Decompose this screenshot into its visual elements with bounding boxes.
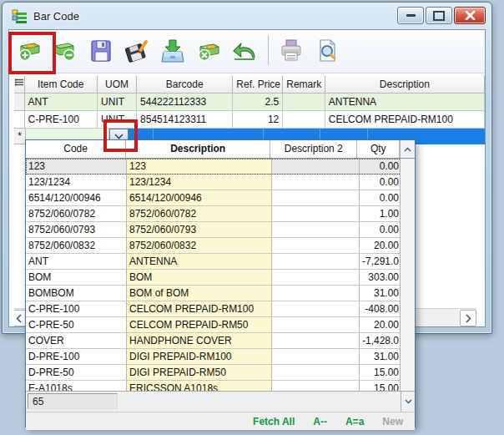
lookup-row[interactable]: COVERHANDPHONE COVER-1,428.0 (26, 333, 415, 349)
lookup-row[interactable]: BOMBOMBOM of BOM31.00 (26, 286, 415, 301)
grid-cell-uom[interactable]: UNIT (98, 94, 137, 111)
save-edit-button[interactable] (121, 33, 153, 68)
lookup-cell-description_2[interactable] (272, 301, 360, 316)
lookup-row[interactable]: 8752/060/08328752/060/083220.00 (26, 238, 415, 254)
lookup-cell-code[interactable]: 123 (26, 159, 127, 174)
scroll-up-button[interactable] (400, 140, 415, 158)
lookup-cell-description[interactable]: 123/1234 (127, 175, 272, 190)
lookup-row[interactable]: D-PRE-50DIGI PREPAID-RM5015.00 (26, 365, 415, 381)
close-button[interactable] (454, 7, 486, 24)
lookup-cell-description[interactable]: 6514/120/00946 (127, 190, 272, 205)
lookup-cell-description[interactable]: 8752/060/0782 (127, 206, 272, 221)
grid-cell-uom[interactable]: UNIT (98, 111, 137, 129)
lookup-row[interactable]: D-PRE-100DIGI PREPAID-RM10031.00 (26, 349, 415, 365)
column-chooser-icon[interactable] (14, 76, 25, 94)
lookup-cell-description_2[interactable] (272, 349, 360, 364)
lookup-cell-description_2[interactable] (272, 286, 360, 301)
lookup-cell-qty[interactable]: -1,428.0 (360, 333, 402, 348)
lookup-row[interactable]: ANTANTENNA-7,291.0 (26, 254, 415, 270)
lookup-cell-description_2[interactable] (272, 333, 360, 348)
lookup-cell-description[interactable]: 8752/060/0793 (127, 222, 272, 237)
lookup-cell-description[interactable]: ANTENNA (127, 254, 272, 269)
lookup-cell-code[interactable]: C-PRE-100 (26, 301, 127, 316)
column-header-description[interactable]: Description (325, 76, 485, 94)
lookup-row[interactable]: BOMBOM303.00 (26, 270, 415, 286)
lookup-cell-qty[interactable]: 0.00 (360, 190, 402, 205)
lookup-column-description[interactable]: Description (126, 140, 270, 158)
lookup-cell-code[interactable]: D-PRE-50 (26, 365, 127, 380)
lookup-column-description-2[interactable]: Description 2 (270, 140, 357, 158)
lookup-cell-code[interactable]: 123/1234 (26, 175, 127, 190)
print-button[interactable] (275, 33, 307, 68)
lookup-row[interactable]: 1231230.00 (26, 159, 415, 175)
lookup-column-qty[interactable]: Qty (357, 140, 400, 158)
column-header-barcode[interactable]: Barcode (137, 76, 233, 94)
lookup-cell-description_2[interactable] (272, 254, 360, 269)
grid-cell-remark_1[interactable] (283, 111, 325, 129)
lookup-cell-description[interactable]: 123 (127, 159, 272, 174)
lookup-cell-qty[interactable]: 0.00 (360, 175, 402, 190)
save-button[interactable] (85, 33, 117, 68)
grid-cell-description[interactable]: CELCOM PREPAID-RM100 (325, 111, 485, 129)
grid-cell-ref_price[interactable]: 2.5 (233, 94, 283, 111)
lookup-cell-description_2[interactable] (272, 381, 360, 391)
import-button[interactable] (157, 33, 189, 68)
lookup-cell-qty[interactable]: 303.00 (360, 270, 402, 285)
lookup-cell-code[interactable]: 8752/060/0793 (26, 222, 127, 237)
lookup-cell-qty[interactable]: 31.00 (360, 286, 402, 301)
lookup-row[interactable]: E-A1018sERICSSON A1018s15.00 (26, 381, 415, 391)
vertical-scrollbar[interactable] (400, 159, 415, 391)
grid-cell-barcode[interactable]: 544222112333 (137, 94, 233, 111)
lookup-cell-description_2[interactable] (272, 190, 360, 205)
lookup-cell-description[interactable]: BOM of BOM (127, 286, 272, 301)
lookup-cell-description[interactable]: DIGI PREPAID-RM100 (127, 349, 272, 364)
table-row[interactable]: C-PRE-100UNIT85451412331112CELCOM PREPAI… (14, 111, 485, 129)
lookup-cell-code[interactable]: 8752/060/0832 (26, 238, 127, 253)
lookup-cell-qty[interactable]: 15.00 (360, 365, 402, 380)
grid-cell-item_code[interactable]: C-PRE-100 (25, 111, 98, 129)
lookup-cell-description[interactable]: CELCOM PREPAID-RM100 (127, 301, 272, 316)
lookup-cell-qty[interactable]: 31.00 (360, 349, 402, 364)
lookup-cell-description_2[interactable] (272, 175, 360, 190)
lookup-cell-description_2[interactable] (272, 365, 360, 380)
lookup-cell-description[interactable]: CELCOM PREPAID-RM50 (127, 317, 272, 332)
action-link-fetch-all[interactable]: Fetch All (253, 416, 295, 427)
lookup-cell-description[interactable]: 8752/060/0832 (127, 238, 272, 253)
lookup-cell-description_2[interactable] (272, 222, 360, 237)
action-link-a-[interactable]: A-- (313, 416, 327, 427)
lookup-cell-code[interactable]: ANT (26, 254, 127, 269)
lookup-cell-qty[interactable]: 20.00 (360, 317, 402, 332)
lookup-cell-code[interactable]: E-A1018s (26, 381, 127, 391)
lookup-cell-description_2[interactable] (272, 238, 360, 253)
lookup-row[interactable]: 8752/060/07828752/060/07821.00 (26, 206, 415, 222)
minimize-button[interactable] (397, 7, 424, 24)
lookup-row[interactable]: 123/1234123/12340.00 (26, 175, 415, 190)
lookup-cell-description[interactable]: ERICSSON A1018s (127, 381, 272, 391)
lookup-cell-qty[interactable]: 1.00 (360, 206, 402, 221)
column-header-uom[interactable]: UOM (98, 76, 137, 94)
cancel-button[interactable] (193, 33, 224, 68)
lookup-cell-code[interactable]: 8752/060/0782 (26, 206, 127, 221)
grid-cell-remark_1[interactable] (283, 94, 325, 111)
lookup-row[interactable]: 6514/120/009466514/120/009460.00 (26, 190, 415, 206)
lookup-cell-qty[interactable]: -7,291.0 (360, 254, 402, 269)
lookup-cell-qty[interactable]: -408.00 (360, 301, 402, 316)
lookup-cell-description_2[interactable] (272, 159, 360, 174)
lookup-cell-description[interactable]: HANDPHONE COVER (127, 333, 272, 348)
scroll-right-button[interactable] (460, 310, 476, 326)
column-header-remark-1[interactable]: Remark 1 (283, 76, 325, 94)
lookup-row[interactable]: C-PRE-100CELCOM PREPAID-RM100-408.00 (26, 301, 415, 317)
action-link-a-a[interactable]: A=a (345, 416, 364, 427)
column-header-ref-price[interactable]: Ref. Price (233, 76, 283, 94)
remove-record-button[interactable] (49, 33, 81, 68)
lookup-column-code[interactable]: Code (26, 140, 126, 158)
scroll-down-button[interactable] (401, 392, 415, 412)
maximize-button[interactable] (426, 7, 452, 24)
lookup-cell-code[interactable]: 6514/120/00946 (26, 190, 127, 205)
lookup-cell-description[interactable]: DIGI PREPAID-RM50 (127, 365, 272, 380)
lookup-cell-description[interactable]: BOM (127, 270, 272, 285)
lookup-row[interactable]: 8752/060/07938752/060/07930.00 (26, 222, 415, 238)
lookup-cell-qty[interactable]: 0.00 (360, 159, 402, 174)
lookup-cell-description_2[interactable] (272, 206, 360, 221)
lookup-cell-qty[interactable]: 15.00 (360, 381, 402, 391)
